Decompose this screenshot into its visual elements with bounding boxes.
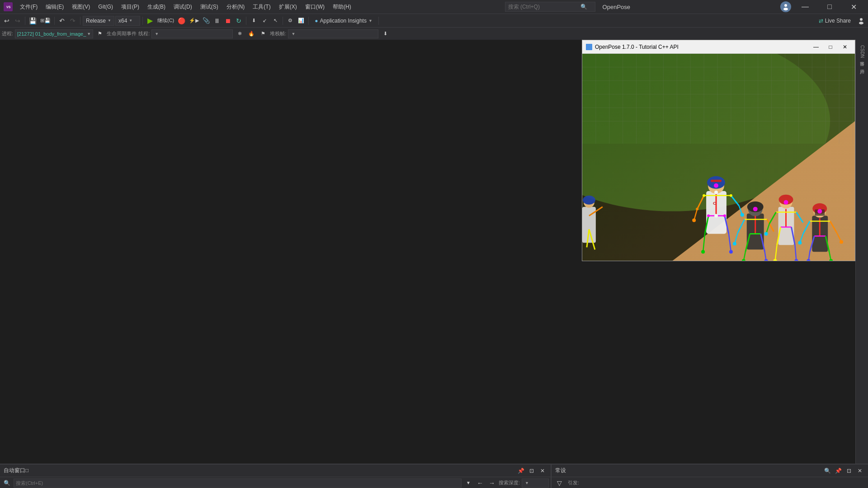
auto-window-close[interactable]: ✕ xyxy=(538,466,547,475)
step-out-button[interactable]: ↖ xyxy=(270,16,280,26)
separator-6 xyxy=(283,17,283,25)
process-dropdown[interactable]: [21272] 01_body_from_image_ ▼ xyxy=(15,29,93,38)
menu-analyze[interactable]: 分析(N) xyxy=(223,2,249,12)
menu-git[interactable]: Git(G) xyxy=(94,2,117,11)
separator-7 xyxy=(308,17,309,25)
exceptions-close[interactable]: ✕ xyxy=(855,466,864,475)
debug-toolbar: 进程: [21272] 01_body_from_image_ ▼ ⚑ 生命周期… xyxy=(0,27,868,40)
save-all-button[interactable]: ⊞💾 xyxy=(39,16,52,26)
svg-rect-47 xyxy=(711,180,722,182)
user-account-button[interactable] xyxy=(856,16,866,26)
menu-file[interactable]: 文件(F) xyxy=(16,2,41,12)
exceptions-controls: 🔍 📌 ⊡ ✕ xyxy=(823,466,864,475)
title-bar-left: VS 文件(F) 编辑(E) 视图(V) Git(G) 项目(P) 生成(B) … xyxy=(4,2,355,12)
freeze-button[interactable]: ❄ xyxy=(235,29,245,39)
minimize-button[interactable]: — xyxy=(795,0,816,14)
filter-button[interactable]: ▽ xyxy=(554,478,564,488)
app-title: OpenPose xyxy=(603,4,630,10)
go-to-source-button[interactable]: ⚑ xyxy=(95,29,105,39)
svg-point-60 xyxy=(703,194,705,197)
thread-arrow: ▼ xyxy=(155,32,159,36)
thread-dropdown[interactable]: ▼ xyxy=(151,29,233,38)
auto-nav-forward[interactable]: → xyxy=(487,478,497,488)
save-button[interactable]: 💾 xyxy=(28,16,38,26)
openpose-titlebar: OpenPose 1.7.0 - Tutorial C++ API — □ ✕ xyxy=(582,40,855,54)
menu-extensions[interactable]: 扩展(X) xyxy=(275,2,301,12)
continue-label: 继续(C) xyxy=(157,17,174,24)
diag-button[interactable]: 📊 xyxy=(296,16,306,26)
exceptions-pin[interactable]: 📌 xyxy=(834,466,843,475)
svg-text:VS: VS xyxy=(6,5,11,9)
undo-button[interactable]: ↩ xyxy=(2,16,12,26)
svg-point-65 xyxy=(723,215,726,217)
search-input[interactable] xyxy=(508,4,580,10)
svg-point-3 xyxy=(784,4,787,7)
search-depth-arrow: ▼ xyxy=(525,481,529,485)
menu-view[interactable]: 视图(V) xyxy=(68,2,94,12)
maximize-button[interactable]: □ xyxy=(819,0,840,14)
menu-edit[interactable]: 编辑(E) xyxy=(42,2,67,12)
lifecycle-label: 生命周期事件 xyxy=(107,30,137,37)
menu-help[interactable]: 帮助(H) xyxy=(329,2,355,12)
attach2-button[interactable]: 📎 xyxy=(201,16,211,26)
back-button[interactable]: ↶ xyxy=(57,16,67,26)
pause-button[interactable]: ⏸ xyxy=(212,16,222,26)
restart-button[interactable]: ↻ xyxy=(234,16,244,26)
close-button[interactable]: ✕ xyxy=(844,0,864,14)
openpose-close[interactable]: ✕ xyxy=(839,42,851,52)
menu-debug[interactable]: 调试(D) xyxy=(170,2,196,12)
flag-button[interactable]: ⚑ xyxy=(258,29,268,39)
auto-search-icon[interactable]: 🔍 xyxy=(2,478,12,488)
process-value: [21272] 01_body_from_image_ xyxy=(17,31,86,37)
svg-point-113 xyxy=(741,213,744,217)
menu-tools[interactable]: 工具(T) xyxy=(249,2,274,12)
stack-dropdown[interactable]: ▼ xyxy=(288,29,378,38)
exceptions-title-text: 常设 xyxy=(555,467,566,474)
auto-search-options[interactable]: ▼ xyxy=(463,478,473,488)
forward-button[interactable]: ↷ xyxy=(68,16,78,26)
process-dropdown-arrow: ▼ xyxy=(87,32,91,36)
openpose-maximize[interactable]: □ xyxy=(824,42,837,52)
auto-window-title: 自动窗口□ xyxy=(4,467,28,474)
search-box[interactable]: 🔍 xyxy=(505,2,595,12)
menu-build[interactable]: 生成(B) xyxy=(144,2,169,12)
live-share-button[interactable]: ⇄ Live Share xyxy=(814,16,855,25)
exceptions-float[interactable]: ⊡ xyxy=(844,466,854,475)
auto-window-pin[interactable]: 📌 xyxy=(516,466,525,475)
stack-expand-button[interactable]: ⬇ xyxy=(380,29,390,39)
svg-point-111 xyxy=(817,209,822,214)
step-over-button[interactable]: ⬇ xyxy=(249,16,259,26)
openpose-minimize[interactable]: — xyxy=(810,42,822,52)
redo-button[interactable]: ↪ xyxy=(13,16,23,26)
app-insights-button[interactable]: ● Application Insights ▼ xyxy=(311,16,376,25)
thread-label: 线程: xyxy=(138,30,150,37)
unfreeze-button[interactable]: 🔥 xyxy=(246,29,256,39)
menu-test[interactable]: 测试(S) xyxy=(197,2,222,12)
release-dropdown[interactable]: Release ▼ xyxy=(83,16,114,26)
menu-window[interactable]: 窗口(W) xyxy=(302,2,328,12)
svg-point-5 xyxy=(860,18,863,21)
menu-project[interactable]: 项目(P) xyxy=(118,2,143,12)
right-panel-item-2[interactable]: 用户 xyxy=(857,62,867,70)
search-depth-dropdown[interactable]: ▼ xyxy=(522,479,549,488)
auto-window-float[interactable]: ⊡ xyxy=(527,466,536,475)
app-insights-label: Application Insights xyxy=(320,18,367,24)
right-panel-item-1[interactable]: CSDN博客 xyxy=(857,42,867,61)
step-into-button[interactable]: ↙ xyxy=(259,16,269,26)
openpose-title-text: OpenPose 1.7.0 - Tutorial C++ API xyxy=(595,44,679,50)
run-button[interactable]: ▶ xyxy=(145,16,155,26)
platform-dropdown[interactable]: x64 ▼ xyxy=(115,16,140,26)
svg-text:C: C xyxy=(713,201,716,206)
auto-search-input[interactable] xyxy=(14,479,462,488)
attach-button[interactable]: 🔴 xyxy=(176,16,187,26)
auto-nav-back[interactable]: ← xyxy=(475,478,485,488)
live-share-label: Live Share xyxy=(825,18,851,24)
avatar[interactable] xyxy=(780,1,791,12)
continue-button[interactable]: 继续(C) xyxy=(156,16,175,26)
debug-opt-button[interactable]: ⚙ xyxy=(285,16,295,26)
stop-button[interactable]: ⏹ xyxy=(223,16,233,26)
exceptions-search-icon[interactable]: 🔍 xyxy=(823,466,832,475)
openpose-title: OpenPose 1.7.0 - Tutorial C++ API xyxy=(586,44,679,50)
platform-label: x64 xyxy=(118,18,127,24)
hot-reload-button[interactable]: ⚡▶ xyxy=(188,16,200,26)
